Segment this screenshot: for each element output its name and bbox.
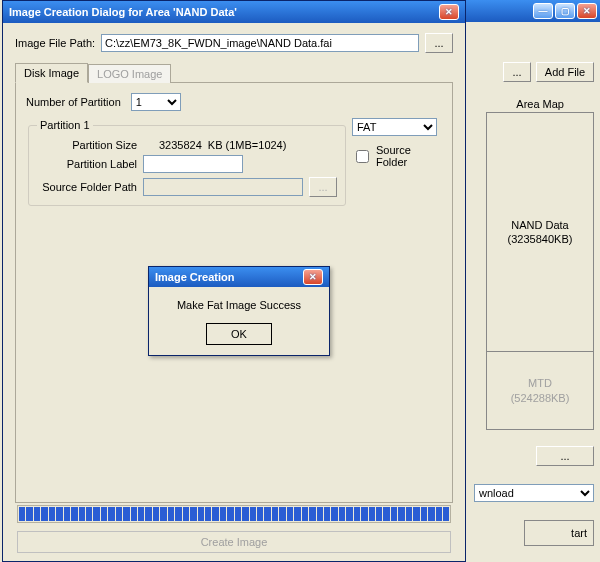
num-partition-label: Number of Partition — [26, 96, 121, 108]
partition-size-unit: KB (1MB=1024) — [208, 139, 287, 151]
file-path-label: Image File Path: — [15, 37, 95, 49]
area-map-segment-mtd[interactable]: MTD (524288KB) — [487, 352, 593, 429]
message-title: Image Creation — [155, 271, 299, 283]
message-titlebar: Image Creation ✕ — [149, 267, 329, 287]
area-map-label: Area Map — [516, 98, 564, 110]
dialog-titlebar: Image Creation Dialog for Area 'NAND Dat… — [3, 1, 465, 23]
maximize-icon[interactable]: ▢ — [555, 3, 575, 19]
file-path-browse-button[interactable]: ... — [425, 33, 453, 53]
source-folder-path-label: Source Folder Path — [37, 181, 137, 193]
minimize-icon[interactable]: — — [533, 3, 553, 19]
dialog-title: Image Creation Dialog for Area 'NAND Dat… — [9, 6, 435, 18]
tab-logo-image[interactable]: LOGO Image — [88, 64, 171, 83]
area-seg2-size: (524288KB) — [511, 392, 570, 404]
area-seg1-name: NAND Data — [511, 219, 568, 231]
area-map: NAND Data (3235840KB) MTD (524288KB) — [486, 112, 594, 430]
ok-button[interactable]: OK — [206, 323, 272, 345]
area-map-segment-nand[interactable]: NAND Data (3235840KB) — [487, 113, 593, 352]
source-folder-checkbox-label[interactable]: Source Folder — [352, 144, 442, 168]
area-seg1-size: (3235840KB) — [508, 233, 573, 245]
tab-disk-image[interactable]: Disk Image — [15, 63, 88, 83]
partition-1-legend: Partition 1 — [37, 119, 93, 131]
partition-1-group: Partition 1 Partition Size 3235824 KB (1… — [28, 119, 346, 206]
source-folder-browse-button: ... — [309, 177, 337, 197]
source-folder-checkbox[interactable] — [356, 150, 369, 163]
add-file-button[interactable]: Add File — [536, 62, 594, 82]
dialog-close-icon[interactable]: ✕ — [439, 4, 459, 20]
message-dialog: Image Creation ✕ Make Fat Image Success … — [148, 266, 330, 356]
area-seg2-name: MTD — [528, 377, 552, 389]
partition-label-label: Partition Label — [37, 158, 137, 170]
start-button[interactable]: tart — [524, 520, 594, 546]
partition-size-label: Partition Size — [37, 139, 137, 151]
partition-size-value: 3235824 — [143, 139, 202, 151]
source-folder-path-input — [143, 178, 303, 196]
create-image-button: Create Image — [17, 531, 451, 553]
parent-browse-button[interactable]: ... — [503, 62, 531, 82]
progress-bar — [17, 505, 451, 523]
parent-dots-button[interactable]: ... — [536, 446, 594, 466]
download-select[interactable]: wnload — [474, 484, 594, 502]
tabs: Disk Image LOGO Image — [15, 63, 453, 83]
parent-toolbar: ... Add File — [503, 62, 594, 82]
filesystem-select[interactable]: FAT — [352, 118, 437, 136]
num-partition-select[interactable]: 1 — [131, 93, 181, 111]
source-folder-checkbox-text: Source Folder — [376, 144, 442, 168]
partition-label-input[interactable] — [143, 155, 243, 173]
message-close-icon[interactable]: ✕ — [303, 269, 323, 285]
file-path-input[interactable] — [101, 34, 419, 52]
close-icon[interactable]: ✕ — [577, 3, 597, 19]
message-body-text: Make Fat Image Success — [159, 299, 319, 311]
